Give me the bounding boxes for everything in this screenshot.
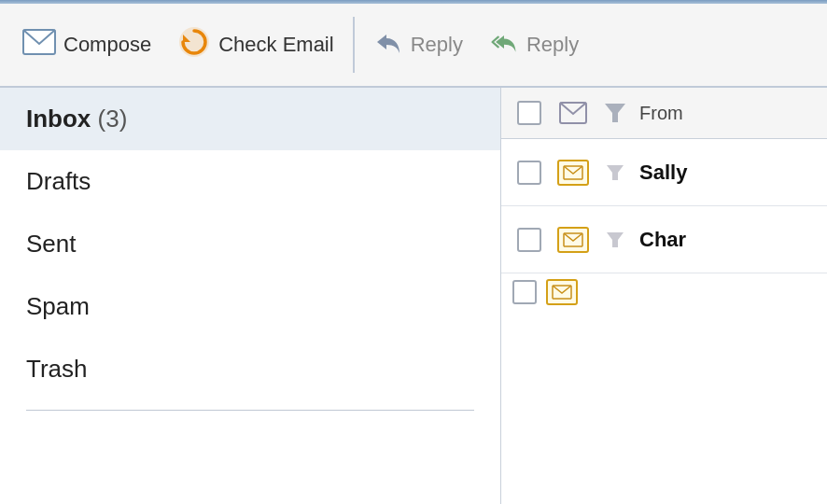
header-from-col: From <box>639 103 683 124</box>
sally-flag-col <box>600 163 630 182</box>
inbox-label: Inbox <box>26 105 98 133</box>
sally-check-col <box>512 161 546 185</box>
char-flag-col <box>600 231 630 249</box>
char-flag-icon <box>607 231 624 249</box>
email-row-char[interactable]: Char <box>501 206 827 273</box>
reply-all-button[interactable]: Reply <box>476 21 592 68</box>
sally-envelope-col <box>555 160 591 186</box>
sidebar-item-sent[interactable]: Sent <box>0 213 500 275</box>
char-envelope-col <box>555 227 591 253</box>
partial-unread-envelope <box>546 279 578 305</box>
drafts-label: Drafts <box>26 167 91 195</box>
char-check-col <box>512 228 546 252</box>
sally-flag-icon <box>607 163 624 182</box>
email-list-header: From <box>501 88 827 139</box>
email-row-sally[interactable]: Sally <box>501 139 827 206</box>
check-email-icon <box>177 25 211 64</box>
sidebar-item-trash[interactable]: Trash <box>0 338 500 400</box>
reply-button[interactable]: Reply <box>360 21 476 68</box>
sidebar-item-drafts[interactable]: Drafts <box>0 150 500 213</box>
sidebar-item-spam[interactable]: Spam <box>0 275 500 338</box>
sally-name: Sally <box>639 161 687 184</box>
header-envelope-icon <box>559 102 587 124</box>
header-envelope-col <box>555 102 591 124</box>
check-email-button[interactable]: Check Email <box>164 18 346 72</box>
sidebar: Inbox (3) Drafts Sent Spam Trash <box>0 88 501 504</box>
inbox-count: (3) <box>98 105 128 133</box>
header-flag-col <box>600 102 630 124</box>
main-content: Inbox (3) Drafts Sent Spam Trash <box>0 88 827 504</box>
email-row-partial <box>501 273 827 311</box>
header-filter-icon <box>605 102 625 124</box>
reply-icon <box>373 29 403 61</box>
sent-label: Sent <box>26 230 77 258</box>
header-check-col <box>512 101 546 125</box>
char-name: Char <box>639 228 686 251</box>
compose-button[interactable]: Compose <box>9 21 164 68</box>
sidebar-nav: Inbox (3) Drafts Sent Spam Trash <box>0 88 500 504</box>
select-all-checkbox[interactable] <box>517 101 541 125</box>
svg-marker-4 <box>605 104 625 122</box>
partial-envelope-col <box>546 279 578 305</box>
check-email-label: Check Email <box>218 33 333 57</box>
reply-all-label: Reply <box>526 33 579 57</box>
reply-all-icon <box>489 29 519 61</box>
email-list: From Sally <box>501 88 827 504</box>
char-from: Char <box>639 228 816 252</box>
partial-check-col <box>512 280 537 304</box>
trash-label: Trash <box>26 355 88 383</box>
sally-checkbox[interactable] <box>517 161 541 185</box>
sidebar-item-inbox[interactable]: Inbox (3) <box>0 88 500 150</box>
compose-icon <box>22 29 56 61</box>
reply-label: Reply <box>411 33 463 57</box>
from-label: From <box>639 103 683 123</box>
char-checkbox[interactable] <box>517 228 541 252</box>
partial-checkbox[interactable] <box>512 280 537 304</box>
sally-from: Sally <box>639 161 816 185</box>
toolbar-divider <box>353 17 355 73</box>
svg-marker-6 <box>607 165 624 180</box>
spam-label: Spam <box>26 292 90 320</box>
sidebar-divider <box>26 410 474 411</box>
sally-unread-envelope <box>557 160 589 186</box>
toolbar: Compose Check Email Reply Reply <box>0 4 827 88</box>
char-unread-envelope <box>557 227 589 253</box>
compose-label: Compose <box>63 33 151 57</box>
svg-marker-8 <box>607 232 624 247</box>
